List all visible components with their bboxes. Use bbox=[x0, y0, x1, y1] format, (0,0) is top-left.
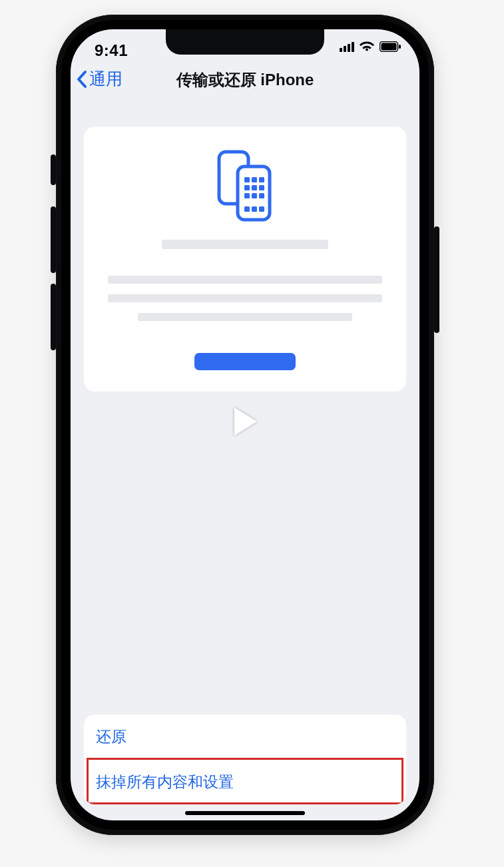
home-indicator[interactable] bbox=[185, 811, 305, 815]
svg-rect-12 bbox=[252, 193, 257, 198]
svg-rect-13 bbox=[259, 193, 264, 198]
erase-all-row[interactable]: 抹掉所有内容和设置 bbox=[84, 760, 406, 804]
placeholder-line bbox=[162, 240, 329, 249]
svg-rect-2 bbox=[399, 45, 401, 49]
placeholder-line bbox=[108, 276, 382, 284]
svg-rect-8 bbox=[244, 185, 250, 190]
placeholder-line bbox=[108, 294, 382, 302]
phone-frame: 9:41 通用 传输或还原 i bbox=[56, 15, 434, 835]
notch bbox=[166, 29, 324, 55]
volume-down-button bbox=[51, 284, 56, 350]
svg-rect-5 bbox=[244, 177, 250, 182]
wifi-icon bbox=[360, 41, 374, 52]
screen: 9:41 通用 传输或还原 i bbox=[71, 29, 419, 820]
actions-list: 还原 抹掉所有内容和设置 bbox=[84, 715, 406, 804]
reset-row[interactable]: 还原 bbox=[84, 715, 406, 759]
placeholder-line bbox=[138, 313, 353, 321]
battery-icon bbox=[379, 41, 401, 52]
status-time: 9:41 bbox=[95, 41, 128, 60]
power-button bbox=[434, 226, 439, 333]
transfer-card bbox=[84, 127, 406, 392]
svg-rect-1 bbox=[381, 43, 397, 51]
svg-rect-11 bbox=[244, 193, 250, 198]
nav-bar: 通用 传输或还原 iPhone bbox=[71, 63, 419, 100]
svg-rect-14 bbox=[244, 206, 250, 212]
reset-label: 还原 bbox=[96, 728, 126, 745]
mute-switch bbox=[51, 154, 56, 185]
svg-rect-16 bbox=[259, 206, 264, 212]
svg-rect-10 bbox=[259, 185, 264, 190]
erase-all-label: 抹掉所有内容和设置 bbox=[96, 773, 234, 790]
devices-icon bbox=[96, 149, 394, 222]
get-started-button[interactable] bbox=[194, 353, 296, 370]
svg-rect-9 bbox=[252, 185, 257, 190]
volume-up-button bbox=[51, 206, 56, 273]
play-icon[interactable] bbox=[84, 406, 406, 437]
page-title: 传输或还原 iPhone bbox=[71, 69, 419, 91]
svg-rect-15 bbox=[252, 206, 257, 212]
cellular-icon bbox=[340, 41, 354, 52]
svg-rect-6 bbox=[252, 177, 257, 182]
svg-rect-7 bbox=[259, 177, 264, 182]
